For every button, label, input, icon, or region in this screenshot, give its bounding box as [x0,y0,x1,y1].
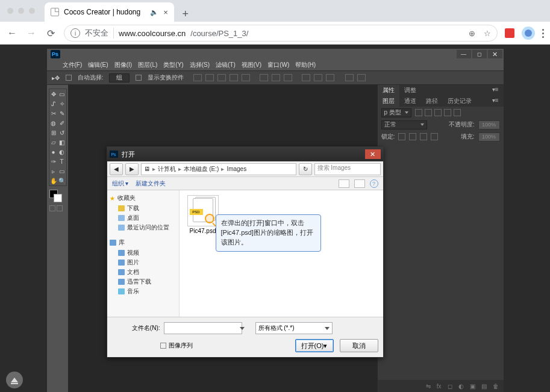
extension-icon[interactable] [505,28,514,38]
menu-file[interactable]: 文件(F) [63,61,83,69]
screen-mode-icon[interactable] [49,205,55,211]
new-tab-button[interactable]: + [178,6,193,22]
align-icon[interactable] [230,74,238,81]
tab-properties[interactable]: 属性 [378,85,399,96]
lasso-tool-icon[interactable]: ᔑ [49,99,58,108]
shape-tool-icon[interactable]: ▭ [58,166,66,176]
fill-input[interactable]: 100% [478,132,500,142]
sidebar-item-video[interactable]: 视频 [110,248,177,258]
zoom-tool-icon[interactable]: 🔍 [58,176,66,185]
arrange-icon[interactable] [326,74,334,81]
adjustment-layer-icon[interactable]: ◐ [458,383,464,390]
gradient-tool-icon[interactable]: ◧ [58,137,66,147]
help-icon[interactable]: ? [370,179,378,188]
opacity-input[interactable]: 100% [478,120,500,129]
dodge-tool-icon[interactable]: ◐ [58,147,66,157]
path-tool-icon[interactable]: ▹ [49,166,58,176]
image-sequence-checkbox[interactable]: 图像序列 [160,341,193,350]
crumb-folder[interactable]: Images [227,166,246,172]
filter-shape-icon[interactable] [444,109,451,116]
marquee-tool-icon[interactable]: ▭ [58,89,66,99]
filter-smart-icon[interactable] [454,109,461,116]
sidebar-item-xunlei[interactable]: 迅雷下载 [110,277,177,287]
layers-list[interactable] [378,143,504,380]
window-maximize-button[interactable]: ◻ [472,50,487,58]
align-icon[interactable] [217,74,226,81]
brush-tool-icon[interactable]: ✐ [58,118,66,128]
filter-adjust-icon[interactable] [425,109,432,116]
align-icon[interactable] [242,74,250,81]
arrange-icon[interactable] [314,74,322,81]
tab-audio-icon[interactable]: 🔈 [150,8,158,16]
color-swatches[interactable] [49,190,64,203]
lock-trans-icon[interactable] [398,133,405,140]
dialog-close-button[interactable]: ✕ [365,149,381,159]
open-button[interactable]: 打开(O) ▾ [295,339,334,352]
sidebar-item-docs[interactable]: 文档 [110,267,177,277]
layer-mask-icon[interactable]: ◻ [448,383,452,390]
hand-tool-icon[interactable]: ✋ [49,176,58,185]
eraser-tool-icon[interactable]: ▱ [49,137,58,147]
sidebar-item-downloads[interactable]: 下载 [110,204,177,213]
menu-edit[interactable]: 编辑(E) [88,61,108,69]
panel-menu-icon[interactable]: ▾≡ [487,85,504,96]
tab-history[interactable]: 历史记录 [443,96,477,107]
move-tool-icon[interactable]: ▸✥ [52,75,60,81]
quick-mask-icon[interactable] [57,205,63,211]
menu-filter[interactable]: 滤镜(T) [216,61,236,69]
delete-layer-icon[interactable]: 🗑 [493,383,499,390]
crop-tool-icon[interactable]: ✂ [49,108,58,118]
bookmark-icon[interactable]: ☆ [484,29,491,38]
site-info-icon[interactable]: i [70,28,80,38]
menu-type[interactable]: 类型(Y) [163,61,183,69]
tab-close-icon[interactable]: × [163,8,168,17]
breadcrumb[interactable]: 🖥▸ 计算机▸ 本地磁盘 (E:)▸ Images [141,163,296,175]
panel-menu-icon[interactable]: ▾≡ [487,96,504,107]
menu-window[interactable]: 窗口(W) [267,61,289,69]
profile-avatar[interactable] [522,26,535,40]
lock-all-icon[interactable] [431,133,438,140]
type-tool-icon[interactable]: T [58,157,66,166]
layer-kind-select[interactable]: p 类型 [381,108,411,117]
history-brush-icon[interactable]: ↺ [58,128,66,137]
mode-icon[interactable] [345,74,354,81]
tab-channels[interactable]: 通道 [399,96,421,107]
tab-paths[interactable]: 路径 [421,96,443,107]
nav-back-button[interactable]: ◀ [110,163,123,175]
layer-style-icon[interactable]: fx [437,383,442,390]
align-icon[interactable] [205,74,214,81]
view-mode-button[interactable] [339,179,349,188]
align-icon[interactable] [193,74,202,81]
mode-icon[interactable] [357,74,366,81]
search-in-page-icon[interactable]: ⊕ [469,29,475,38]
window-close-button[interactable]: ✕ [488,50,502,58]
heal-tool-icon[interactable]: ◍ [49,118,58,128]
menu-select[interactable]: 选择(S) [190,61,210,69]
back-button[interactable]: ← [6,28,18,39]
sidebar-item-music[interactable]: 音乐 [110,287,177,296]
cancel-button[interactable]: 取消 [340,339,378,352]
stamp-tool-icon[interactable]: ⊞ [49,128,58,137]
new-layer-icon[interactable]: ▤ [481,383,487,390]
new-folder-button[interactable]: 新建文件夹 [136,179,166,188]
menu-help[interactable]: 帮助(H) [295,61,316,69]
distribute-icon[interactable] [260,74,268,81]
browser-tab[interactable]: Cocos Creator | hudong 🔈 × [45,2,174,22]
sidebar-item-desktop[interactable]: 桌面 [110,213,177,223]
lock-pos-icon[interactable] [420,133,427,140]
arrange-icon[interactable] [302,74,310,81]
tab-adjust[interactable]: 调整 [399,85,421,96]
browser-menu-icon[interactable] [542,29,544,38]
file-list[interactable]: PSD Pic47.psd 在弹出的[打开]窗口中，双击[Pic47.psd]图… [180,190,383,317]
address-bar[interactable]: i 不安全 www.coolcourse.cn/course/PS_1_3/ ⊕… [64,25,498,42]
auto-select-dropdown[interactable]: 组 [109,73,130,82]
window-minimize-button[interactable]: — [457,50,471,58]
reload-button[interactable]: ⟳ [45,28,57,39]
search-input[interactable]: 搜索 Images [314,163,381,175]
filename-input[interactable] [164,322,242,334]
menu-image[interactable]: 图像(I) [114,61,132,69]
move-tool-icon[interactable]: ✥ [49,89,58,99]
filter-type-icon[interactable] [434,109,442,116]
link-layers-icon[interactable]: ⇋ [426,383,431,390]
refresh-button[interactable]: ↻ [299,163,312,175]
